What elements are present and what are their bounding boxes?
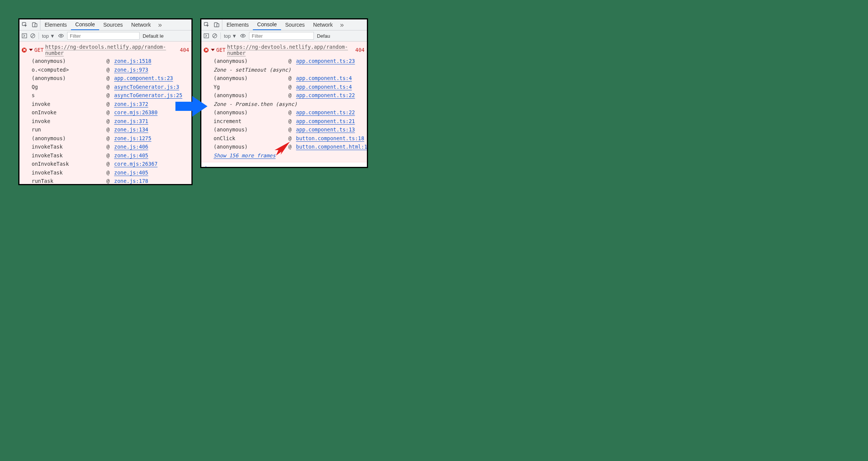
frame-function: invokeTask — [19, 142, 106, 151]
error-block: GET https://ng-devtools.netlify.app/rand… — [201, 42, 367, 162]
device-icon[interactable] — [32, 22, 38, 28]
tab-sources[interactable]: Sources — [99, 19, 127, 30]
source-link[interactable]: zone.js:405 — [114, 170, 148, 176]
zone-header: Zone - Promise.then (async) — [201, 100, 367, 109]
source-link[interactable]: app.component.ts:4 — [296, 84, 352, 90]
source-link[interactable]: core.mjs:26380 — [114, 109, 158, 115]
frame-function: Yg — [201, 83, 288, 91]
frame-source: @ zone.js:134 — [106, 125, 148, 134]
console-toolbar: top ▼ Default le — [19, 30, 191, 42]
source-link[interactable]: app.component.ts:23 — [114, 75, 173, 81]
frame-function: run — [19, 125, 106, 134]
device-icon[interactable] — [214, 22, 220, 28]
clear-console-icon[interactable] — [212, 33, 217, 38]
source-link[interactable]: zone.js:405 — [114, 152, 148, 158]
tab-console[interactable]: Console — [253, 19, 281, 30]
source-link[interactable]: app.component.ts:4 — [296, 75, 352, 81]
more-tabs-icon[interactable]: » — [155, 21, 165, 29]
eye-icon[interactable] — [240, 33, 246, 38]
log-levels[interactable]: Default le — [143, 33, 164, 39]
tab-elements[interactable]: Elements — [222, 19, 253, 30]
tab-console[interactable]: Console — [71, 19, 99, 30]
frame-function: (anonymous) — [19, 57, 106, 66]
frame-source: @ zone.js:405 — [106, 151, 148, 160]
tab-network[interactable]: Network — [309, 19, 337, 30]
frame-source: @ zone.js:372 — [106, 100, 148, 109]
filter-input[interactable] — [249, 32, 314, 40]
stack-frame: o.<computed>@ zone.js:973 — [19, 66, 191, 74]
source-link[interactable]: zone.js:371 — [114, 118, 148, 124]
frame-function: o.<computed> — [19, 66, 106, 74]
source-link[interactable]: app.component.ts:21 — [296, 118, 355, 124]
stack-frame: run@ zone.js:134 — [19, 125, 191, 134]
tab-sources[interactable]: Sources — [281, 19, 309, 30]
stack-frame: s@ asyncToGenerator.js:25 — [19, 91, 191, 100]
tabbar: Elements Console Sources Network » — [19, 19, 191, 30]
source-link[interactable]: zone.js:178 — [114, 178, 148, 184]
request-url[interactable]: https://ng-devtools.netlify.app/random-n… — [45, 44, 177, 56]
stack-frame: (anonymous)@ app.component.ts:22 — [201, 91, 367, 100]
log-levels[interactable]: Defau — [317, 33, 330, 39]
source-link[interactable]: asyncToGenerator.js:25 — [114, 92, 182, 98]
source-link[interactable]: zone.js:372 — [114, 101, 148, 107]
context-selector[interactable]: top ▼ — [42, 33, 55, 39]
source-link[interactable]: zone.js:973 — [114, 67, 148, 73]
console-sidebar-icon[interactable] — [204, 33, 209, 38]
source-link[interactable]: zone.js:406 — [114, 144, 148, 150]
more-tabs-icon[interactable]: » — [337, 21, 347, 29]
frame-source: @ button.component.ts:18 — [288, 134, 364, 143]
svg-line-5 — [31, 34, 34, 37]
tab-network[interactable]: Network — [127, 19, 155, 30]
stack-frame: (anonymous)@ app.component.ts:4 — [201, 74, 367, 83]
svg-rect-9 — [217, 24, 219, 27]
frame-source: @ zone.js:1275 — [106, 134, 151, 143]
source-link[interactable]: app.component.ts:13 — [296, 126, 355, 133]
stack-frame: increment@ app.component.ts:21 — [201, 117, 367, 126]
frame-source: @ app.component.ts:13 — [288, 125, 355, 134]
context-selector[interactable]: top ▼ — [224, 33, 237, 39]
console-prompt[interactable]: › — [201, 162, 367, 168]
stack-frame: invoke@ zone.js:372 — [19, 100, 191, 109]
tab-elements[interactable]: Elements — [40, 19, 71, 30]
source-link[interactable]: app.component.ts:22 — [296, 92, 355, 98]
source-link[interactable]: zone.js:1518 — [114, 58, 151, 64]
stack-frame: onClick@ button.component.ts:18 — [201, 134, 367, 143]
frame-function: (anonymous) — [201, 142, 288, 151]
source-link[interactable]: asyncToGenerator.js:3 — [114, 84, 179, 90]
svg-line-12 — [213, 34, 216, 37]
stack-frame: Qg@ asyncToGenerator.js:3 — [19, 83, 191, 91]
frame-function: (anonymous) — [19, 74, 106, 83]
filter-input[interactable] — [67, 32, 140, 40]
request-url[interactable]: https://ng-devtools.netlify.app/random-n… — [227, 44, 352, 56]
frame-function: invokeTask — [19, 168, 106, 177]
console-toolbar: top ▼ Defau — [201, 30, 367, 42]
source-link[interactable]: app.component.ts:22 — [296, 109, 355, 115]
show-more-frames[interactable]: Show 156 more frames — [201, 151, 367, 160]
source-link[interactable]: zone.js:134 — [114, 126, 148, 133]
frame-function: (anonymous) — [201, 74, 288, 83]
stack-frame: invoke@ zone.js:371 — [19, 117, 191, 126]
source-link[interactable]: zone.js:1275 — [114, 135, 151, 141]
http-method: GET — [216, 47, 225, 53]
console-sidebar-icon[interactable] — [22, 33, 27, 38]
frame-function: increment — [201, 117, 288, 126]
stack-frame: (anonymous)@ zone.js:1518 — [19, 57, 191, 66]
inspect-icon[interactable] — [22, 22, 28, 28]
http-status: 404 — [355, 47, 365, 53]
frame-source: @ asyncToGenerator.js:3 — [106, 83, 179, 91]
stack-trace: (anonymous)@ zone.js:1518o.<computed>@ z… — [19, 57, 191, 185]
inspect-icon[interactable] — [204, 22, 210, 28]
source-link[interactable]: core.mjs:26367 — [114, 161, 158, 167]
frame-function: (anonymous) — [201, 57, 288, 66]
frame-function: s — [19, 91, 106, 100]
caret-down-icon[interactable] — [211, 49, 215, 51]
tabbar: Elements Console Sources Network » — [201, 19, 367, 30]
caret-down-icon[interactable] — [29, 49, 33, 51]
source-link[interactable]: app.component.ts:23 — [296, 58, 355, 64]
eye-icon[interactable] — [58, 33, 64, 38]
source-link[interactable]: button.component.ts:18 — [296, 135, 364, 141]
source-link[interactable]: button.component.html:1 — [296, 144, 367, 150]
clear-console-icon[interactable] — [30, 33, 35, 38]
stack-frame: (anonymous)@ app.component.ts:13 — [201, 125, 367, 134]
frame-source: @ zone.js:1518 — [106, 57, 151, 66]
